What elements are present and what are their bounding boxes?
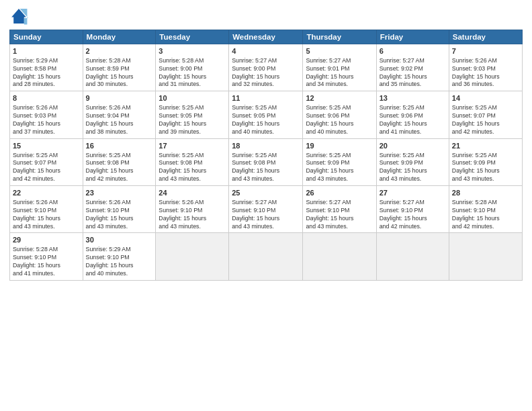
day-number: 30 bbox=[86, 235, 153, 245]
calendar-cell bbox=[303, 233, 376, 280]
day-info: Sunrise: 5:25 AM Sunset: 9:05 PM Dayligh… bbox=[159, 104, 226, 136]
day-info: Sunrise: 5:27 AM Sunset: 9:01 PM Dayligh… bbox=[306, 57, 373, 89]
day-info: Sunrise: 5:25 AM Sunset: 9:05 PM Dayligh… bbox=[232, 104, 300, 136]
day-number: 22 bbox=[13, 188, 80, 198]
day-number: 17 bbox=[159, 141, 226, 151]
day-number: 8 bbox=[13, 93, 80, 103]
day-number: 6 bbox=[380, 46, 446, 56]
day-number: 21 bbox=[452, 141, 519, 151]
day-info: Sunrise: 5:28 AM Sunset: 9:10 PM Dayligh… bbox=[13, 246, 80, 278]
calendar-cell: 20Sunrise: 5:25 AM Sunset: 9:09 PM Dayli… bbox=[376, 138, 449, 185]
day-info: Sunrise: 5:28 AM Sunset: 9:10 PM Dayligh… bbox=[452, 199, 519, 231]
day-info: Sunrise: 5:27 AM Sunset: 9:10 PM Dayligh… bbox=[380, 199, 446, 231]
calendar-cell: 24Sunrise: 5:26 AM Sunset: 9:10 PM Dayli… bbox=[156, 186, 229, 233]
day-of-week-header: Friday bbox=[376, 30, 449, 44]
calendar-cell: 7Sunrise: 5:26 AM Sunset: 9:03 PM Daylig… bbox=[449, 44, 522, 91]
calendar-cell: 14Sunrise: 5:25 AM Sunset: 9:07 PM Dayli… bbox=[449, 91, 522, 138]
day-number: 29 bbox=[13, 235, 80, 245]
day-number: 3 bbox=[159, 46, 226, 56]
calendar-cell: 15Sunrise: 5:25 AM Sunset: 9:07 PM Dayli… bbox=[10, 138, 83, 185]
calendar-cell: 2Sunrise: 5:28 AM Sunset: 8:59 PM Daylig… bbox=[83, 44, 156, 91]
day-number: 16 bbox=[86, 141, 153, 151]
day-number: 23 bbox=[86, 188, 153, 198]
calendar-cell: 9Sunrise: 5:26 AM Sunset: 9:04 PM Daylig… bbox=[83, 91, 156, 138]
calendar-cell: 21Sunrise: 5:25 AM Sunset: 9:09 PM Dayli… bbox=[449, 138, 522, 185]
calendar-cell: 1Sunrise: 5:29 AM Sunset: 8:58 PM Daylig… bbox=[10, 44, 83, 91]
day-of-week-header: Wednesday bbox=[229, 30, 303, 44]
calendar-cell: 18Sunrise: 5:25 AM Sunset: 9:08 PM Dayli… bbox=[229, 138, 303, 185]
calendar-cell: 13Sunrise: 5:25 AM Sunset: 9:06 PM Dayli… bbox=[376, 91, 449, 138]
day-info: Sunrise: 5:25 AM Sunset: 9:08 PM Dayligh… bbox=[86, 152, 153, 184]
calendar-cell: 16Sunrise: 5:25 AM Sunset: 9:08 PM Dayli… bbox=[83, 138, 156, 185]
day-info: Sunrise: 5:25 AM Sunset: 9:08 PM Dayligh… bbox=[159, 152, 226, 184]
day-number: 28 bbox=[452, 188, 519, 198]
day-number: 20 bbox=[380, 141, 446, 151]
day-of-week-header: Thursday bbox=[303, 30, 376, 44]
day-number: 15 bbox=[13, 141, 80, 151]
day-info: Sunrise: 5:25 AM Sunset: 9:09 PM Dayligh… bbox=[380, 152, 446, 184]
calendar-cell: 25Sunrise: 5:27 AM Sunset: 9:10 PM Dayli… bbox=[229, 186, 303, 233]
day-info: Sunrise: 5:25 AM Sunset: 9:06 PM Dayligh… bbox=[306, 104, 373, 136]
day-info: Sunrise: 5:25 AM Sunset: 9:09 PM Dayligh… bbox=[452, 152, 519, 184]
day-of-week-header: Saturday bbox=[449, 30, 522, 44]
day-number: 12 bbox=[306, 93, 373, 103]
day-info: Sunrise: 5:27 AM Sunset: 9:02 PM Dayligh… bbox=[380, 57, 446, 89]
day-number: 2 bbox=[86, 46, 153, 56]
day-number: 24 bbox=[159, 188, 226, 198]
calendar-cell: 19Sunrise: 5:25 AM Sunset: 9:09 PM Dayli… bbox=[303, 138, 376, 185]
day-info: Sunrise: 5:25 AM Sunset: 9:07 PM Dayligh… bbox=[13, 152, 80, 184]
day-info: Sunrise: 5:27 AM Sunset: 9:10 PM Dayligh… bbox=[306, 199, 373, 231]
calendar-cell: 10Sunrise: 5:25 AM Sunset: 9:05 PM Dayli… bbox=[156, 91, 229, 138]
day-number: 11 bbox=[232, 93, 300, 103]
page-container: SundayMondayTuesdayWednesdayThursdayFrid… bbox=[0, 0, 532, 411]
day-info: Sunrise: 5:28 AM Sunset: 9:00 PM Dayligh… bbox=[159, 57, 226, 89]
page-header bbox=[9, 7, 523, 26]
calendar-cell: 5Sunrise: 5:27 AM Sunset: 9:01 PM Daylig… bbox=[303, 44, 376, 91]
logo bbox=[9, 7, 31, 26]
calendar-week-row: 22Sunrise: 5:26 AM Sunset: 9:10 PM Dayli… bbox=[10, 186, 523, 233]
calendar-cell: 30Sunrise: 5:29 AM Sunset: 9:10 PM Dayli… bbox=[83, 233, 156, 280]
day-info: Sunrise: 5:26 AM Sunset: 9:10 PM Dayligh… bbox=[86, 199, 153, 231]
day-number: 4 bbox=[232, 46, 300, 56]
day-number: 13 bbox=[380, 93, 446, 103]
day-number: 25 bbox=[232, 188, 300, 198]
calendar-week-row: 15Sunrise: 5:25 AM Sunset: 9:07 PM Dayli… bbox=[10, 138, 523, 185]
calendar-cell: 17Sunrise: 5:25 AM Sunset: 9:08 PM Dayli… bbox=[156, 138, 229, 185]
days-of-week-header: SundayMondayTuesdayWednesdayThursdayFrid… bbox=[10, 30, 523, 44]
day-info: Sunrise: 5:26 AM Sunset: 9:04 PM Dayligh… bbox=[86, 104, 153, 136]
day-info: Sunrise: 5:25 AM Sunset: 9:08 PM Dayligh… bbox=[232, 152, 300, 184]
calendar-cell: 22Sunrise: 5:26 AM Sunset: 9:10 PM Dayli… bbox=[10, 186, 83, 233]
day-info: Sunrise: 5:27 AM Sunset: 9:00 PM Dayligh… bbox=[232, 57, 300, 89]
day-number: 1 bbox=[13, 46, 80, 56]
calendar-week-row: 8Sunrise: 5:26 AM Sunset: 9:03 PM Daylig… bbox=[10, 91, 523, 138]
day-info: Sunrise: 5:26 AM Sunset: 9:10 PM Dayligh… bbox=[13, 199, 80, 231]
calendar-cell: 27Sunrise: 5:27 AM Sunset: 9:10 PM Dayli… bbox=[376, 186, 449, 233]
day-info: Sunrise: 5:27 AM Sunset: 9:10 PM Dayligh… bbox=[232, 199, 300, 231]
day-info: Sunrise: 5:25 AM Sunset: 9:06 PM Dayligh… bbox=[380, 104, 446, 136]
calendar-cell: 11Sunrise: 5:25 AM Sunset: 9:05 PM Dayli… bbox=[229, 91, 303, 138]
day-number: 18 bbox=[232, 141, 300, 151]
calendar-week-row: 1Sunrise: 5:29 AM Sunset: 8:58 PM Daylig… bbox=[10, 44, 523, 91]
calendar-cell: 6Sunrise: 5:27 AM Sunset: 9:02 PM Daylig… bbox=[376, 44, 449, 91]
day-info: Sunrise: 5:29 AM Sunset: 8:58 PM Dayligh… bbox=[13, 57, 80, 89]
day-info: Sunrise: 5:25 AM Sunset: 9:07 PM Dayligh… bbox=[452, 104, 519, 136]
calendar-cell bbox=[229, 233, 303, 280]
day-number: 14 bbox=[452, 93, 519, 103]
day-of-week-header: Monday bbox=[83, 30, 156, 44]
calendar-week-row: 29Sunrise: 5:28 AM Sunset: 9:10 PM Dayli… bbox=[10, 233, 523, 280]
day-number: 10 bbox=[159, 93, 226, 103]
day-info: Sunrise: 5:28 AM Sunset: 8:59 PM Dayligh… bbox=[86, 57, 153, 89]
day-of-week-header: Tuesday bbox=[156, 30, 229, 44]
logo-icon bbox=[9, 7, 28, 26]
calendar-cell bbox=[376, 233, 449, 280]
day-number: 5 bbox=[306, 46, 373, 56]
calendar-cell: 26Sunrise: 5:27 AM Sunset: 9:10 PM Dayli… bbox=[303, 186, 376, 233]
calendar-cell: 28Sunrise: 5:28 AM Sunset: 9:10 PM Dayli… bbox=[449, 186, 522, 233]
calendar-table: SundayMondayTuesdayWednesdayThursdayFrid… bbox=[9, 30, 523, 281]
calendar-cell: 8Sunrise: 5:26 AM Sunset: 9:03 PM Daylig… bbox=[10, 91, 83, 138]
day-number: 27 bbox=[380, 188, 446, 198]
calendar-cell: 3Sunrise: 5:28 AM Sunset: 9:00 PM Daylig… bbox=[156, 44, 229, 91]
day-number: 9 bbox=[86, 93, 153, 103]
day-info: Sunrise: 5:25 AM Sunset: 9:09 PM Dayligh… bbox=[306, 152, 373, 184]
day-of-week-header: Sunday bbox=[10, 30, 83, 44]
